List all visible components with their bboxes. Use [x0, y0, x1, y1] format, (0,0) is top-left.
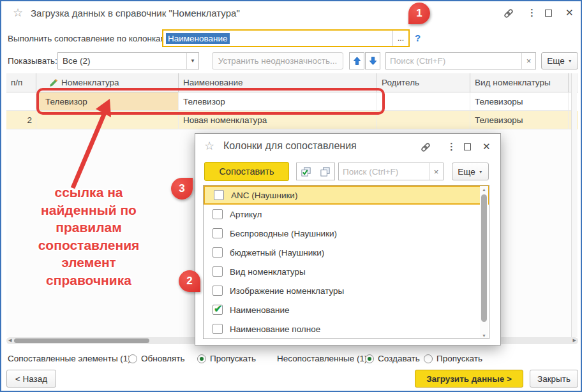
radio-skip-matched[interactable] — [197, 354, 206, 363]
edit-pencil-icon — [49, 78, 58, 87]
more-button[interactable]: Еще ▼ — [541, 52, 578, 69]
cell-num — [6, 92, 36, 111]
dialog-more-button[interactable]: Еще ▼ — [452, 163, 489, 180]
columns-checklist: ANC (Наушники) Артикул Беспроводные (Нау… — [203, 185, 489, 339]
mapping-label: Выполнить сопоставление по колонкам: — [8, 34, 169, 43]
list-item[interactable]: Наименование полное — [204, 319, 489, 338]
chevron-down-icon: ▼ — [479, 170, 483, 174]
mapping-columns-input[interactable]: Наименование ... — [162, 29, 410, 47]
scroll-down-icon[interactable]: ▼ — [482, 333, 486, 338]
disambiguate-button[interactable]: Устранить неоднозначность... — [212, 52, 343, 69]
show-label: Показывать: — [8, 56, 57, 66]
radio-skip-unmatched[interactable] — [424, 354, 433, 363]
back-button[interactable]: < Назад — [6, 370, 56, 388]
help-link[interactable]: ? — [415, 33, 421, 43]
dialog-search-input[interactable] — [339, 163, 429, 180]
cell-num: 2 — [6, 111, 36, 129]
cell-name: Новая номенклатура — [179, 111, 377, 129]
link-icon[interactable] — [503, 8, 514, 21]
checkbox-checked[interactable]: ✔ — [213, 305, 223, 315]
close-icon[interactable]: ✕ — [565, 7, 574, 18]
list-item[interactable]: бюджетный (Наушники) — [204, 243, 489, 262]
match-button[interactable]: Сопоставить — [204, 162, 289, 181]
scroll-up-icon[interactable]: ▲ — [482, 187, 486, 192]
chevron-down-icon[interactable]: ▼ — [186, 53, 198, 69]
list-item[interactable]: Вид номенклатуры — [204, 262, 489, 281]
scroll-left-icon[interactable]: ◀ — [8, 338, 11, 343]
checkbox[interactable] — [213, 266, 223, 277]
radio-update[interactable] — [128, 354, 137, 363]
chevron-down-icon: ▼ — [568, 59, 572, 63]
cell-kind: Телевизоры — [470, 111, 569, 129]
annotation-text: ссылка на найденный по правилам сопостав… — [4, 184, 174, 289]
mapping-selected-text: Наименование — [166, 33, 230, 44]
table-row[interactable]: Телевизор Телевизор Телевизоры — [6, 92, 578, 111]
checkbox[interactable] — [214, 190, 224, 200]
window-title: Загрузка данных в справочник "Номенклату… — [31, 8, 240, 18]
uncheck-all-icon[interactable] — [315, 163, 335, 180]
maximize-icon[interactable] — [464, 143, 471, 152]
menu-dots-icon[interactable]: ⋮ — [527, 7, 537, 18]
maximize-icon[interactable] — [545, 9, 552, 18]
columns-mapping-dialog: ☆ Колонки для сопоставления ⋮ ✕ Сопостав… — [195, 133, 501, 345]
list-scrollbar[interactable]: ▲ ▼ — [480, 186, 488, 339]
choose-columns-button[interactable]: ... — [392, 31, 408, 46]
radio-skip-matched-label[interactable]: Пропускать — [210, 354, 256, 363]
search-clear-icon[interactable]: × — [429, 163, 443, 180]
table-search-field: × — [385, 52, 536, 69]
table-vertical-scrollbar[interactable] — [571, 73, 577, 337]
cell-nomenclature[interactable]: Телевизор — [36, 92, 179, 111]
checkbox[interactable] — [213, 228, 223, 238]
move-up-button[interactable] — [349, 52, 364, 69]
radio-update-label[interactable]: Обновлять — [141, 354, 184, 363]
list-item[interactable]: Беспроводные (Наушники) — [204, 224, 489, 243]
checkbox[interactable] — [213, 324, 223, 334]
unmatched-elements-label: Несопоставленные (1): — [277, 354, 369, 363]
list-scrollbar-thumb[interactable] — [481, 194, 487, 322]
cell-nomenclature[interactable] — [36, 111, 179, 129]
cell-parent — [377, 111, 470, 129]
list-item[interactable]: Изображение номенклатуры — [204, 281, 489, 300]
search-clear-icon[interactable]: × — [521, 53, 535, 69]
dialog-search-field: × — [338, 163, 444, 180]
checkbox[interactable] — [213, 209, 223, 219]
col-header-name[interactable]: Наименование — [179, 73, 377, 92]
annotation-badge-2: 2 — [179, 270, 200, 292]
close-button[interactable]: Закрыть — [530, 370, 578, 388]
col-header-parent[interactable]: Родитель — [377, 73, 470, 92]
radio-create[interactable] — [365, 354, 374, 363]
menu-dots-icon[interactable]: ⋮ — [447, 141, 456, 152]
radio-skip-unmatched-label[interactable]: Пропускать — [436, 354, 482, 363]
horizontal-scrollbar-thumb[interactable] — [14, 338, 149, 343]
main-window: ☆ Загрузка данных в справочник "Номенкла… — [0, 0, 582, 392]
list-item[interactable]: ✔ Наименование — [204, 300, 489, 319]
cell-parent — [377, 92, 470, 111]
favorite-star-icon[interactable]: ☆ — [204, 139, 214, 153]
load-data-button[interactable]: Загрузить данные > — [415, 370, 523, 388]
move-down-button[interactable] — [365, 52, 380, 69]
checkbox[interactable] — [213, 247, 223, 258]
list-item[interactable]: ANC (Наушники) — [204, 185, 489, 205]
check-icon: ✔ — [214, 303, 222, 315]
favorite-star-icon[interactable]: ☆ — [13, 6, 23, 20]
annotation-badge-1: 1 — [408, 3, 430, 24]
list-item[interactable]: Артикул — [204, 205, 489, 224]
radio-create-label[interactable]: Создавать — [378, 354, 420, 363]
close-icon[interactable]: ✕ — [482, 141, 491, 152]
link-icon[interactable] — [420, 142, 431, 155]
scroll-right-icon[interactable]: ▶ — [573, 338, 576, 343]
checkbox[interactable] — [213, 286, 223, 296]
table-row[interactable]: 2 Новая номенклатура Телевизоры — [6, 111, 578, 129]
matched-elements-label: Сопоставленные элементы (1): — [8, 354, 133, 363]
show-filter-value: Все (2) — [58, 56, 186, 66]
dialog-title: Колонки для сопоставления — [223, 140, 357, 152]
table-header: п/п Номенклатура Наименование Родитель В… — [6, 73, 578, 92]
show-filter-dropdown[interactable]: Все (2) ▼ — [57, 52, 199, 69]
table-search-input[interactable] — [386, 53, 521, 69]
col-header-num[interactable]: п/п — [6, 73, 36, 92]
col-header-kind[interactable]: Вид номенклатуры — [470, 73, 569, 92]
cell-kind: Телевизоры — [470, 92, 569, 111]
check-all-icon[interactable] — [296, 163, 316, 180]
col-header-nomenclature[interactable]: Номенклатура — [36, 73, 179, 92]
cell-name: Телевизор — [179, 92, 377, 111]
